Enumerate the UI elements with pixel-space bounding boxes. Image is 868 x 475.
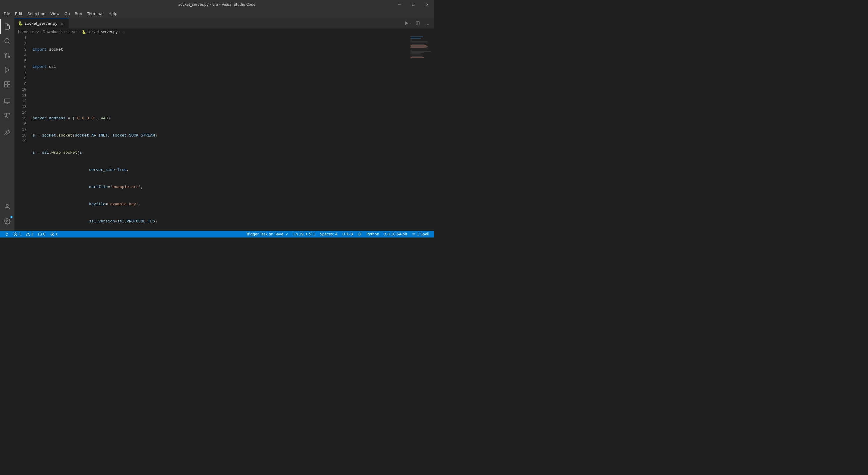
menu-view[interactable]: View	[48, 10, 62, 17]
line-num-12: 12	[14, 98, 27, 104]
tab-bar: 🐍 socket_server.py ×	[14, 18, 434, 29]
code-content[interactable]: import socket import ssl server_address …	[30, 35, 410, 231]
sidebar-item-extensions[interactable]	[0, 77, 14, 92]
spell-text: 1 Spell	[417, 232, 429, 236]
minimap	[410, 35, 434, 231]
title-bar: socket_server.py - vra - Visual Studio C…	[0, 0, 434, 9]
line-num-19: 19	[14, 138, 27, 144]
breadcrumb-server[interactable]: server	[66, 30, 78, 34]
line-num-18: 18	[14, 133, 27, 138]
info-count: 0	[43, 232, 45, 236]
status-spaces[interactable]: Spaces: 4	[318, 231, 340, 238]
line-num-4: 4	[14, 53, 27, 58]
svg-point-2	[8, 56, 10, 58]
menu-help[interactable]: Help	[106, 10, 120, 17]
status-position[interactable]: Ln 19, Col 1	[291, 231, 318, 238]
code-line-4	[33, 98, 410, 104]
main-area: 1 🐍 socket_server.py ×	[0, 18, 434, 231]
sidebar-item-explorer[interactable]	[0, 19, 14, 34]
menu-selection[interactable]: Selection	[25, 10, 48, 17]
code-line-6: s = socket.socket(socket.AF_INET, socket…	[33, 133, 410, 138]
tab-file-icon: 🐍	[18, 21, 23, 26]
breadcrumb-home[interactable]: home	[18, 30, 28, 34]
status-eol[interactable]: LF	[355, 231, 364, 238]
svg-point-13	[6, 204, 8, 207]
accounts-icon[interactable]	[0, 199, 14, 214]
svg-marker-15	[405, 22, 408, 25]
trigger-text: Trigger Task on Save: ✓	[246, 232, 289, 236]
line-num-17: 17	[14, 127, 27, 133]
position-text: Ln 19, Col 1	[293, 232, 315, 236]
status-language[interactable]: Python	[364, 231, 381, 238]
sidebar-item-tools[interactable]	[0, 125, 14, 140]
code-editor[interactable]: 1 2 3 4 5 6 7 8 9 10 11 12 13 14 15 16 1…	[14, 35, 434, 231]
status-spell[interactable]: 1 Spell	[410, 231, 432, 238]
code-line-3	[33, 81, 410, 87]
line-num-14: 14	[14, 110, 27, 116]
activity-bar-bottom: 1	[0, 199, 14, 231]
more-actions-button[interactable]: …	[423, 19, 432, 27]
status-right: Trigger Task on Save: ✓ Ln 19, Col 1 Spa…	[244, 231, 432, 238]
sidebar-item-search[interactable]	[0, 34, 14, 48]
editor-area: 🐍 socket_server.py ×	[14, 18, 434, 231]
line-num-10: 10	[14, 87, 27, 93]
title-controls: ─ □ ✕	[393, 0, 434, 9]
svg-point-0	[5, 39, 9, 43]
settings-icon[interactable]: 1	[0, 214, 14, 228]
line-num-1: 1	[14, 35, 27, 41]
menu-go[interactable]: Go	[62, 10, 72, 17]
line-num-6: 6	[14, 64, 27, 70]
svg-line-1	[8, 42, 10, 43]
line-num-2: 2	[14, 41, 27, 47]
line-num-8: 8	[14, 75, 27, 81]
status-warnings[interactable]: 1	[24, 231, 36, 238]
encoding-text: UTF-8	[342, 232, 353, 236]
minimize-button[interactable]: ─	[393, 0, 406, 9]
eol-text: LF	[358, 232, 362, 236]
status-circle[interactable]: 1	[48, 231, 60, 238]
sidebar-item-remote[interactable]	[0, 94, 14, 108]
svg-marker-5	[5, 67, 9, 73]
menu-run[interactable]: Run	[72, 10, 85, 17]
menu-file[interactable]: File	[1, 10, 13, 17]
sidebar-item-run[interactable]	[0, 63, 14, 77]
svg-rect-10	[4, 99, 10, 103]
breadcrumb-file[interactable]: 🐍 socket_server.py	[82, 30, 118, 34]
code-line-11: ssl_version=ssl.PROTOCOL_TLS)	[33, 219, 410, 224]
menu-terminal[interactable]: Terminal	[85, 10, 106, 17]
circle-count: 1	[56, 232, 58, 236]
status-python-version[interactable]: 3.8.10 64-bit	[381, 231, 410, 238]
tab-socket-server[interactable]: 🐍 socket_server.py ×	[14, 18, 69, 28]
tab-label: socket_server.py	[25, 21, 58, 26]
svg-rect-7	[7, 82, 10, 84]
menu-edit[interactable]: Edit	[13, 10, 25, 17]
breadcrumb-more[interactable]: …	[121, 30, 125, 34]
split-editor-button[interactable]	[413, 19, 422, 27]
line-num-5: 5	[14, 58, 27, 64]
maximize-button[interactable]: □	[406, 0, 420, 9]
line-num-7: 7	[14, 70, 27, 75]
svg-point-3	[5, 53, 7, 55]
breadcrumb-downloads[interactable]: Downloads	[43, 30, 63, 34]
line-num-11: 11	[14, 93, 27, 98]
spaces-text: Spaces: 4	[320, 232, 338, 236]
activity-bar: 1	[0, 18, 14, 231]
sidebar-item-testing[interactable]	[0, 108, 14, 123]
status-remote[interactable]	[2, 231, 11, 238]
status-errors[interactable]: 1	[11, 231, 24, 238]
status-trigger[interactable]: Trigger Task on Save: ✓	[244, 231, 291, 238]
tab-actions: …	[404, 18, 434, 28]
menu-bar: File Edit Selection View Go Run Terminal…	[0, 9, 434, 18]
svg-point-14	[6, 220, 8, 222]
run-split-button[interactable]	[404, 19, 412, 27]
sidebar-item-source-control[interactable]	[0, 48, 14, 63]
breadcrumb-dev[interactable]: dev	[32, 30, 39, 34]
close-button[interactable]: ✕	[420, 0, 434, 9]
line-num-16: 16	[14, 121, 27, 127]
status-info[interactable]: 0	[36, 231, 48, 238]
breadcrumb: home › dev › Downloads › server › 🐍 sock…	[14, 29, 434, 35]
status-encoding[interactable]: UTF-8	[340, 231, 355, 238]
line-numbers: 1 2 3 4 5 6 7 8 9 10 11 12 13 14 15 16 1…	[14, 35, 30, 231]
tab-close-button[interactable]: ×	[59, 21, 65, 26]
svg-point-27	[52, 233, 53, 234]
